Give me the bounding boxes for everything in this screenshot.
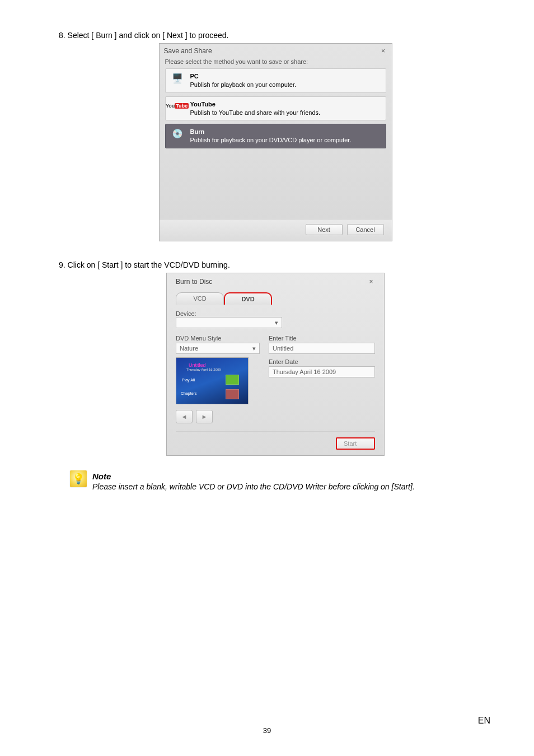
preview-thumb	[226, 375, 239, 385]
option-pc-desc: Publish for playback on your computer.	[190, 81, 297, 89]
option-youtube[interactable]: YouTube YouTube Publish to YouTube and s…	[165, 96, 386, 121]
save-and-share-dialog: Save and Share × Please select the metho…	[159, 43, 392, 241]
start-button[interactable]: Start	[336, 437, 375, 450]
date-input[interactable]: Thursday April 16 2009	[269, 366, 375, 377]
title-input[interactable]: Untitled	[269, 343, 375, 354]
device-select[interactable]: ▾	[176, 317, 282, 328]
menu-style-value: Nature	[180, 345, 198, 352]
cancel-button[interactable]: Cancel	[347, 224, 384, 235]
next-button[interactable]: Next	[306, 224, 343, 235]
enter-title-label: Enter Title	[269, 335, 375, 342]
option-burn[interactable]: 💿 Burn Publish for playback on your DVD/…	[165, 124, 386, 148]
option-burn-desc: Publish for playback on your DVD/VCD pla…	[190, 136, 352, 144]
preview-thumb	[226, 389, 239, 399]
dialog-instruction: Please select the method you want to sav…	[160, 57, 392, 68]
close-icon[interactable]: ×	[380, 47, 387, 55]
disc-type-tabs: VCD DVD	[176, 292, 375, 305]
prev-style-button[interactable]: ◄	[176, 410, 193, 423]
disc-icon: 💿	[170, 128, 185, 139]
device-label: Device:	[176, 310, 375, 317]
chevron-down-icon: ▾	[275, 319, 278, 326]
note-label: Note	[92, 472, 415, 481]
menu-preview: Untitled Thursday April 16 2009 Play All…	[176, 357, 249, 404]
step8-text: 8. Select [ Burn ] and click on [ Next ]…	[59, 31, 492, 40]
dialog-title: Save and Share	[164, 47, 212, 55]
close-icon[interactable]: ×	[367, 278, 375, 286]
menu-style-label: DVD Menu Style	[176, 335, 260, 342]
preview-chapters: Chapters	[181, 391, 196, 395]
step9-text: 9. Click on [ Start ] to start the VCD/D…	[59, 260, 492, 269]
note-text: Please insert a blank, writable VCD or D…	[92, 482, 415, 491]
title-value: Untitled	[273, 345, 293, 352]
lightbulb-icon: 💡	[70, 470, 87, 487]
option-burn-title: Burn	[190, 128, 352, 136]
pc-icon: 🖥️	[170, 72, 185, 83]
youtube-icon: YouTube	[170, 100, 185, 111]
enter-date-label: Enter Date	[269, 358, 375, 365]
chevron-down-icon: ▾	[252, 345, 256, 352]
footer-language: EN	[478, 716, 490, 726]
option-youtube-desc: Publish to YouTube and share with your f…	[190, 109, 321, 117]
next-style-button[interactable]: ►	[196, 410, 213, 423]
burn-to-disc-dialog: Burn to Disc × VCD DVD Device: ▾ DVD Men…	[166, 273, 385, 456]
menu-style-select[interactable]: Nature ▾	[176, 343, 260, 354]
arrow-right-icon: ►	[202, 413, 208, 420]
dialog2-title: Burn to Disc	[176, 278, 212, 286]
preview-subtitle: Thursday April 16 2009	[186, 368, 221, 371]
option-pc[interactable]: 🖥️ PC Publish for playback on your compu…	[165, 68, 386, 93]
preview-title: Untitled	[189, 362, 206, 368]
option-youtube-title: YouTube	[190, 100, 321, 109]
date-value: Thursday April 16 2009	[273, 368, 336, 375]
tab-vcd[interactable]: VCD	[176, 292, 224, 305]
tab-dvd[interactable]: DVD	[224, 292, 272, 305]
option-pc-title: PC	[190, 72, 297, 81]
page-number: 39	[0, 726, 534, 735]
arrow-left-icon: ◄	[181, 413, 188, 420]
preview-playall: Play All	[182, 378, 195, 382]
